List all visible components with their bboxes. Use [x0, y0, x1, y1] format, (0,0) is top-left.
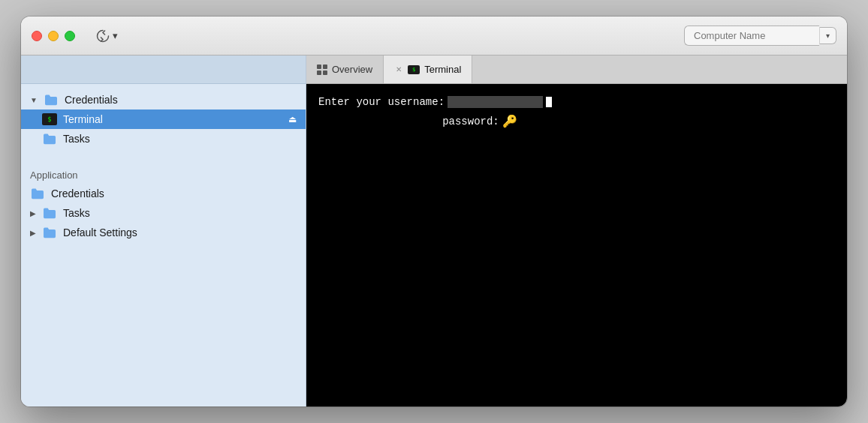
close-button[interactable]: [32, 31, 42, 41]
sidebar-label-credentials-app: Credentials: [51, 188, 104, 200]
folder-icon-tasks: [42, 133, 57, 145]
folder-icon-tasks-app: [42, 207, 57, 219]
tab-terminal-icon: $: [408, 65, 420, 74]
right-panel: Overview ✕ $ Terminal Enter your usernam…: [306, 56, 847, 406]
action-button[interactable]: ▾: [90, 26, 124, 46]
grid-icon: [317, 64, 327, 75]
cursor: [546, 97, 552, 107]
sidebar-item-tasks-app[interactable]: ▶ Tasks: [21, 203, 306, 223]
main-content: ▼ Credentials $ Terminal ⏏: [21, 56, 847, 406]
computer-name-input[interactable]: [684, 26, 819, 46]
password-label: password:: [442, 116, 499, 128]
tab-terminal[interactable]: ✕ $ Terminal: [384, 56, 472, 83]
sidebar-label-tasks-app: Tasks: [63, 207, 90, 219]
titlebar-actions: ▾: [90, 26, 124, 46]
collapsed-arrow-defaults: ▶: [30, 229, 36, 237]
app-window: ▾ ▾ ▼ Credentials: [21, 16, 847, 406]
sidebar-label-credentials-top: Credentials: [65, 94, 118, 106]
folder-icon-cred-app: [30, 188, 45, 200]
sidebar-item-credentials-top[interactable]: ▼ Credentials: [21, 90, 306, 110]
tab-overview[interactable]: Overview: [306, 56, 384, 83]
section-label-application: Application: [21, 160, 306, 184]
sidebar: ▼ Credentials $ Terminal ⏏: [21, 56, 306, 406]
sidebar-item-tasks-top[interactable]: Tasks: [21, 129, 306, 148]
folder-icon-defaults: [42, 226, 57, 238]
password-obscured: [318, 116, 439, 128]
key-icon: 🔑: [502, 114, 517, 129]
sidebar-label-default-settings: Default Settings: [63, 226, 137, 238]
tab-close-icon[interactable]: ✕: [394, 64, 403, 75]
sidebar-header: [21, 56, 306, 84]
computer-name-chevron[interactable]: ▾: [819, 27, 836, 44]
sidebar-section-top: ▼ Credentials $ Terminal ⏏: [21, 84, 306, 154]
titlebar: ▾ ▾: [21, 16, 847, 56]
chevron-label: ▾: [113, 30, 118, 41]
tab-terminal-label: Terminal: [424, 64, 461, 75]
eject-icon: ⏏: [288, 114, 297, 124]
tab-bar: Overview ✕ $ Terminal: [306, 56, 847, 84]
terminal-line-password: password: 🔑: [318, 114, 835, 129]
traffic-lights: [32, 31, 75, 41]
action-icon: [96, 29, 110, 43]
sidebar-item-default-settings[interactable]: ▶ Default Settings: [21, 223, 306, 242]
tab-overview-label: Overview: [332, 64, 372, 75]
sidebar-label-terminal: Terminal: [63, 113, 103, 125]
titlebar-right: ▾: [684, 26, 836, 46]
sidebar-item-credentials-app[interactable]: Credentials: [21, 184, 306, 203]
terminal-icon-sidebar: $: [42, 113, 57, 125]
sidebar-label-tasks-top: Tasks: [63, 133, 90, 145]
terminal-line-username: Enter your username:: [318, 96, 835, 108]
folder-icon: [44, 94, 59, 106]
username-prompt: Enter your username:: [318, 96, 445, 108]
collapsed-arrow-tasks: ▶: [30, 209, 36, 218]
terminal-area[interactable]: Enter your username: password: 🔑: [306, 84, 847, 406]
maximize-button[interactable]: [65, 31, 75, 41]
expand-icon: ▼: [30, 96, 38, 104]
sidebar-item-terminal[interactable]: $ Terminal ⏏: [21, 110, 306, 129]
username-value: [448, 96, 543, 108]
minimize-button[interactable]: [48, 31, 59, 41]
sidebar-section-application: Application Credentials ▶ Tasks: [21, 154, 306, 248]
